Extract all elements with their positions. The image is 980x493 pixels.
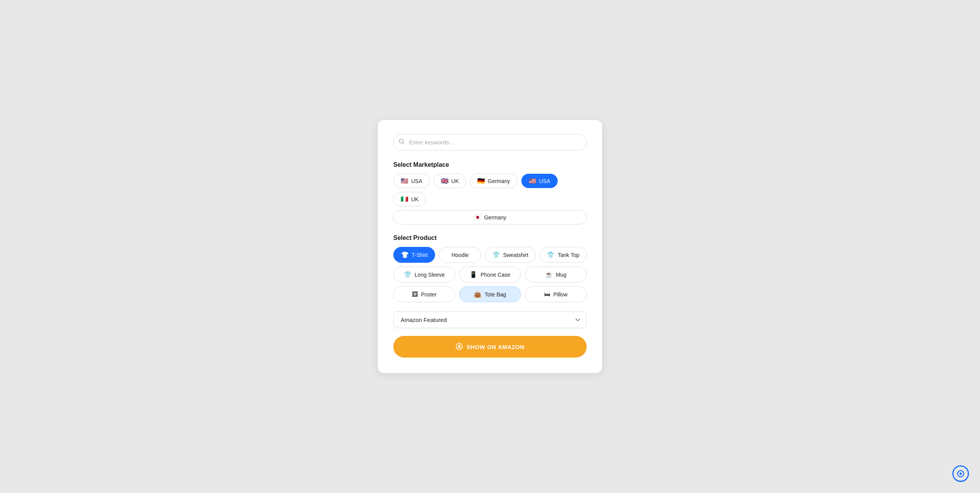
product-totebag[interactable]: 👜 Tote Bag: [459, 286, 521, 302]
tshirt-icon: 👕: [401, 251, 409, 258]
market-amazon-de-label: Germany: [484, 214, 507, 221]
market-merch-usa-label: USA: [411, 178, 422, 184]
product-tshirt[interactable]: 👕 T-Shirt: [393, 247, 435, 263]
flag-jp-amazon: 🇯🇵: [474, 214, 481, 221]
market-amazon-uk[interactable]: 🇮🇹 UK: [393, 192, 426, 206]
svg-point-4: [960, 472, 962, 475]
search-input[interactable]: [393, 134, 587, 151]
product-pillow[interactable]: 🛏 Pillow: [525, 286, 587, 302]
mug-icon: ☕: [545, 271, 553, 278]
product-sweatshirt[interactable]: 👕 Sweatshirt: [485, 247, 536, 263]
product-row-2: 👕 Long Sleeve 📱 Phone Case ☕ Mug: [393, 267, 587, 282]
market-merch-uk[interactable]: 🇬🇧 UK: [434, 174, 466, 188]
flag-usa-merch: 🇺🇸: [401, 177, 408, 185]
page-wrapper: Select Marketplace 🇺🇸 USA 🇬🇧 UK 🇩🇪 Germa…: [0, 0, 980, 493]
marketplace-section: Select Marketplace 🇺🇸 USA 🇬🇧 UK 🇩🇪 Germa…: [393, 161, 587, 224]
product-mug[interactable]: ☕ Mug: [525, 267, 587, 282]
amazon-btn-label: SHOW ON AMAZON: [466, 344, 524, 350]
sweatshirt-label: Sweatshirt: [503, 252, 528, 258]
dropdown-section: Amazon Featured Amazon Best Seller Amazo…: [393, 312, 587, 328]
flag-usa-amazon: 🇺🇸: [529, 177, 536, 185]
tanktop-icon: 👕: [547, 251, 555, 258]
market-amazon-de[interactable]: 🇯🇵 Germany: [393, 210, 587, 224]
pillow-label: Pillow: [553, 291, 568, 298]
product-grid: 👕 T-Shirt Hoodie 👕 Sweatshirt 👕 Tank Top: [393, 247, 587, 302]
totebag-icon: 👜: [474, 291, 481, 298]
market-amazon-usa-label: USA: [539, 178, 550, 184]
product-tanktop[interactable]: 👕 Tank Top: [540, 247, 587, 263]
product-section: Select Product 👕 T-Shirt Hoodie 👕 Sweats…: [393, 235, 587, 302]
flag-uk-merch: 🇬🇧: [441, 177, 449, 185]
poster-icon: 🖼: [412, 291, 418, 298]
totebag-label: Tote Bag: [485, 291, 506, 298]
marketplace-row-1: 🇺🇸 USA 🇬🇧 UK 🇩🇪 Germany 🇺🇸 USA 🇮🇹: [393, 174, 587, 206]
tanktop-label: Tank Top: [558, 252, 579, 258]
main-card: Select Marketplace 🇺🇸 USA 🇬🇧 UK 🇩🇪 Germa…: [378, 120, 602, 373]
sweatshirt-icon: 👕: [492, 251, 500, 258]
phonecase-label: Phone Case: [480, 272, 510, 278]
longsleeve-icon: 👕: [404, 271, 411, 278]
product-hoodie[interactable]: Hoodie: [439, 247, 481, 263]
market-merch-usa[interactable]: 🇺🇸 USA: [393, 174, 430, 188]
poster-label: Poster: [421, 291, 437, 298]
product-longsleeve[interactable]: 👕 Long Sleeve: [393, 267, 455, 282]
pillow-icon: 🛏: [544, 291, 550, 298]
mug-label: Mug: [556, 272, 566, 278]
search-wrapper: [393, 134, 587, 151]
marketplace-row-2: 🇯🇵 Germany: [393, 210, 587, 224]
corner-icon: [952, 465, 969, 482]
product-row-3: 🖼 Poster 👜 Tote Bag 🛏 Pillow: [393, 286, 587, 302]
hoodie-label: Hoodie: [451, 252, 468, 258]
market-amazon-usa[interactable]: 🇺🇸 USA: [521, 174, 558, 188]
product-row-1: 👕 T-Shirt Hoodie 👕 Sweatshirt 👕 Tank Top: [393, 247, 587, 263]
marketplace-label: Select Marketplace: [393, 161, 587, 168]
market-amazon-uk-label: UK: [411, 196, 418, 202]
sort-dropdown[interactable]: Amazon Featured Amazon Best Seller Amazo…: [393, 312, 587, 328]
market-merch-de[interactable]: 🇩🇪 Germany: [470, 174, 517, 188]
product-phonecase[interactable]: 📱 Phone Case: [459, 267, 521, 282]
product-label: Select Product: [393, 235, 587, 241]
market-merch-uk-label: UK: [451, 178, 459, 184]
phonecase-icon: 📱: [470, 271, 477, 278]
longsleeve-label: Long Sleeve: [415, 272, 445, 278]
flag-it-amazon: 🇮🇹: [401, 195, 408, 203]
flag-de-merch: 🇩🇪: [477, 177, 485, 185]
amazon-logo-icon: ⓐ: [456, 342, 463, 351]
show-on-amazon-button[interactable]: ⓐ SHOW ON AMAZON: [393, 336, 587, 358]
market-merch-de-label: Germany: [488, 178, 510, 184]
tshirt-label: T-Shirt: [412, 252, 428, 258]
product-poster[interactable]: 🖼 Poster: [393, 286, 455, 302]
